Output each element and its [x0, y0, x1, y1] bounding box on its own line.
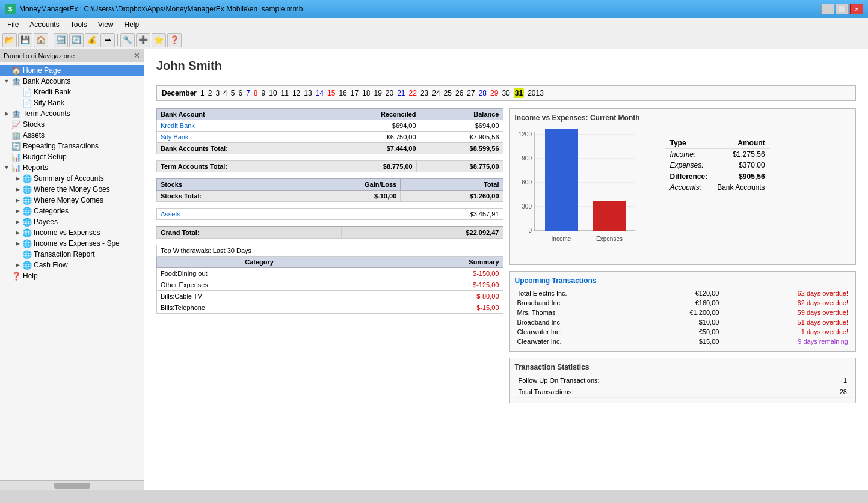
date-10[interactable]: 10 [269, 89, 277, 97]
sidebar-item-budget[interactable]: 📊 Budget Setup [0, 151, 144, 162]
date-25[interactable]: 25 [444, 89, 452, 97]
date-26[interactable]: 26 [455, 89, 463, 97]
stocks-total-row: Stocks Total: $-10,00 $1.260,00 [157, 191, 503, 202]
sidebar-item-assets[interactable]: 🏢 Assets [0, 130, 144, 141]
expand-term-icon: ▶ [2, 109, 11, 118]
sity-bank-link[interactable]: Sity Bank [161, 133, 188, 141]
stats-total-label: Total Transactions: [515, 386, 803, 398]
date-17[interactable]: 17 [351, 89, 359, 97]
sidebar-item-payees[interactable]: ▶ 🌐 Payees [0, 216, 144, 227]
row-sity-bank: Sity Bank €6.750,00 €7.905,56 [157, 132, 503, 143]
menu-view[interactable]: View [93, 19, 119, 30]
close-button[interactable]: ✕ [850, 4, 863, 14]
date-22[interactable]: 22 [409, 89, 417, 97]
menu-accounts[interactable]: Accounts [25, 19, 64, 30]
ive-expand: ▶ [13, 228, 22, 237]
menu-file[interactable]: File [2, 19, 23, 30]
menu-help[interactable]: Help [120, 19, 144, 30]
date-12[interactable]: 12 [292, 89, 300, 97]
toolbar-add[interactable]: ➕ [136, 33, 150, 47]
wt-food-value: $-150,00 [362, 268, 503, 279]
date-14[interactable]: 14 [316, 89, 324, 97]
toolbar-home[interactable]: 🏠 [34, 33, 48, 47]
date-13[interactable]: 13 [304, 89, 312, 97]
sidebar-item-home[interactable]: 🏠 Home Page [0, 65, 144, 76]
date-1[interactable]: 1 [200, 89, 205, 97]
toolbar-save[interactable]: 💾 [18, 33, 32, 47]
sidebar-item-kredit-bank[interactable]: 📄 Kredit Bank [0, 87, 144, 97]
menu-tools[interactable]: Tools [66, 19, 92, 30]
date-8[interactable]: 8 [254, 89, 258, 97]
dashboard-grid: Bank Account Reconciled Balance Kredit B… [156, 108, 856, 403]
assets-label: Assets [22, 131, 45, 139]
date-24[interactable]: 24 [432, 89, 440, 97]
kredit-reconciled: $694,00 [324, 120, 420, 132]
sidebar-item-bank-accounts[interactable]: ▼ 🏦 Bank Accounts [0, 76, 144, 87]
sidebar-item-categories[interactable]: ▶ 🌐 Categories [0, 206, 144, 216]
svg-text:0: 0 [528, 227, 532, 234]
date-23[interactable]: 23 [420, 89, 428, 97]
date-19[interactable]: 19 [374, 89, 381, 97]
page-divider [156, 78, 856, 78]
toolbar-settings[interactable]: 🔧 [120, 33, 135, 47]
sidebar-item-repeating[interactable]: 🔄 Repeating Transactions [0, 141, 144, 151]
date-11[interactable]: 11 [281, 89, 289, 97]
kredit-bank-link[interactable]: Kredit Bank [161, 122, 195, 129]
date-28[interactable]: 28 [479, 89, 487, 97]
scrollbar-thumb[interactable] [54, 483, 90, 489]
date-30[interactable]: 30 [502, 89, 509, 97]
sidebar-item-income-vs-expenses[interactable]: ▶ 🌐 Income vs Expenses [0, 227, 144, 238]
minimize-button[interactable]: – [821, 4, 834, 14]
toolbar-currency[interactable]: 💰 [85, 33, 99, 47]
sidebar-item-help[interactable]: ❓ Help [0, 270, 144, 281]
sidebar-item-cash-flow[interactable]: ▶ 🌐 Cash Flow [0, 260, 144, 270]
sidebar-header: Pannello di Navigazione ✕ [0, 49, 144, 62]
date-9[interactable]: 9 [262, 89, 266, 97]
date-18[interactable]: 18 [362, 89, 370, 97]
date-31-today[interactable]: 31 [514, 88, 524, 98]
sidebar-item-term-accounts[interactable]: ▶ 🏦 Term Accounts [0, 108, 144, 119]
grand-total-table: Grand Total: $22.092,47 [156, 226, 503, 239]
cat-icon: 🌐 [22, 206, 32, 216]
date-21[interactable]: 21 [397, 89, 405, 97]
assets-link[interactable]: Assets [161, 210, 180, 218]
sidebar-item-summary-accounts[interactable]: ▶ 🌐 Summary of Accounts [0, 173, 144, 184]
date-16[interactable]: 16 [339, 89, 346, 97]
col-bank-account: Bank Account [157, 109, 324, 120]
toolbar-refresh[interactable]: 🔄 [69, 33, 84, 47]
sidebar-item-reports[interactable]: ▼ 📊 Reports [0, 162, 144, 173]
sidebar-item-sity-bank[interactable]: 📄 Sity Bank [0, 97, 144, 108]
sity-bank-expand [13, 99, 22, 107]
toolbar-open[interactable]: 📂 [2, 33, 17, 47]
date-29[interactable]: 29 [490, 89, 498, 97]
kredit-bank-cell: Kredit Bank [157, 120, 324, 132]
date-15[interactable]: 15 [327, 89, 335, 97]
sidebar-item-stocks[interactable]: 📈 Stocks [0, 119, 144, 130]
maximize-button[interactable]: ⬜ [836, 4, 849, 14]
sity-bank-icon: 📄 [22, 98, 32, 108]
date-6[interactable]: 6 [238, 89, 242, 97]
sidebar-item-where-money-comes[interactable]: ▶ 🌐 Where Money Comes [0, 195, 144, 206]
toolbar-help[interactable]: ❓ [167, 33, 182, 47]
sidebar-item-where-money-goes[interactable]: ▶ 🌐 Where the Money Goes [0, 184, 144, 195]
toolbar-favorite[interactable]: ⭐ [152, 33, 166, 47]
income-bar [545, 129, 578, 231]
toolbar-transfer[interactable]: ➡ [100, 33, 115, 47]
upcoming-title-link[interactable]: Upcoming Transactions [515, 276, 851, 285]
date-20[interactable]: 20 [386, 89, 393, 97]
date-27[interactable]: 27 [467, 89, 475, 97]
upcoming-status-3: 59 days overdue! [721, 308, 851, 317]
upcoming-row-3: Mrs. Thomas €1.200,00 59 days overdue! [515, 308, 851, 317]
date-3[interactable]: 3 [215, 89, 220, 97]
sidebar-scrollbar[interactable] [0, 480, 144, 490]
toolbar-back[interactable]: 🔙 [54, 33, 68, 47]
sidebar-item-transaction-report[interactable]: 🌐 Transaction Report [0, 249, 144, 260]
date-2[interactable]: 2 [208, 89, 212, 97]
sidebar-close-icon[interactable]: ✕ [134, 51, 140, 60]
date-5[interactable]: 5 [231, 89, 235, 97]
sidebar-item-income-vs-expenses-spe[interactable]: ▶ 🌐 Income vs Expenses - Spe [0, 238, 144, 249]
date-4[interactable]: 4 [223, 89, 227, 97]
date-7[interactable]: 7 [246, 89, 250, 97]
wt-other-value: $-125,00 [362, 279, 503, 291]
reports-label: Reports [22, 163, 48, 172]
